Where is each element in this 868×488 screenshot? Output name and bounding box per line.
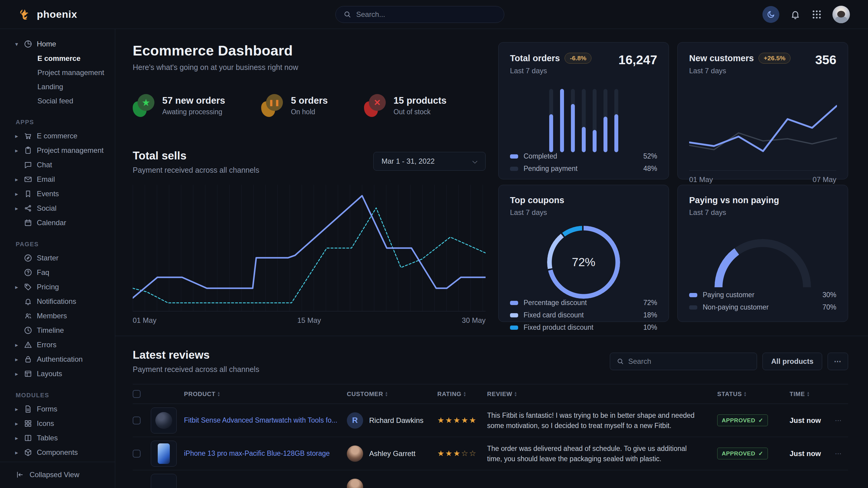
customer-cell: Ashley Garrett xyxy=(347,446,437,462)
caret-right-icon: ▸ xyxy=(14,176,19,183)
product-link[interactable]: iPhone 13 pro max-Pacific Blue-128GB sto… xyxy=(184,449,347,458)
sidebar-item-project-management[interactable]: ▸Project management xyxy=(0,143,115,158)
sidebar-subitem-social-feed[interactable]: Social feed xyxy=(0,94,115,108)
order-bar xyxy=(582,89,586,152)
search-icon xyxy=(617,358,624,365)
global-search[interactable] xyxy=(335,6,504,23)
sidebar-item-starter[interactable]: Starter xyxy=(0,251,115,265)
sidebar-item-chat[interactable]: Chat xyxy=(0,158,115,172)
sidebar-item-faq[interactable]: Faq xyxy=(0,265,115,280)
brand-name: phoenix xyxy=(37,8,77,20)
column-header-rating[interactable]: RATING▴▾ xyxy=(437,391,487,398)
sidebar-section-label: PAGES xyxy=(16,241,115,248)
sidebar-item-label: Starter xyxy=(37,254,59,262)
column-header-customer[interactable]: CUSTOMER▴▾ xyxy=(347,391,437,398)
sidebar-item-e-commerce[interactable]: ▸E commerce xyxy=(0,129,115,143)
envelope-icon xyxy=(24,175,33,184)
sidebar-item-pricing[interactable]: ▸Pricing xyxy=(0,280,115,294)
brand-logo[interactable]: phoenix xyxy=(18,7,77,22)
chevron-down-icon: ⌵ xyxy=(472,157,477,165)
sort-icon: ▴▾ xyxy=(515,391,517,397)
sidebar-item-social[interactable]: ▸Social xyxy=(0,201,115,216)
column-header-product[interactable]: PRODUCT▴▾ xyxy=(184,391,347,398)
x-axis-label: 01 May xyxy=(689,175,713,184)
collapse-sidebar-label: Collapsed View xyxy=(30,470,79,479)
quick-stat-value: 57 new orders xyxy=(162,95,225,106)
sidebar-item-authentication[interactable]: ▸Authentication xyxy=(0,352,115,366)
sidebar-item-layouts[interactable]: ▸Layouts xyxy=(0,366,115,381)
apps-grid-button[interactable] xyxy=(811,9,822,20)
user-avatar[interactable] xyxy=(832,6,850,23)
sidebar-subitem-e-commerce[interactable]: E commerce xyxy=(0,51,115,65)
caret-right-icon: ▸ xyxy=(14,191,19,197)
row-actions-button[interactable]: ⋯ xyxy=(835,417,848,424)
legend-label: Fixed product discount xyxy=(524,323,593,331)
paying-gauge-chart xyxy=(714,239,811,287)
column-header-status[interactable]: STATUS▴▾ xyxy=(717,391,789,398)
card-title: Paying vs non paying xyxy=(689,195,836,205)
box-icon xyxy=(24,448,33,457)
sidebar-item-icons[interactable]: ▸Icons xyxy=(0,416,115,431)
sidebar-item-label: Icons xyxy=(37,419,54,428)
legend-swatch xyxy=(510,154,518,159)
sidebar-item-label: Authentication xyxy=(37,355,83,363)
legend-item-completed: Completed52% xyxy=(510,152,657,160)
status-label: APPROVED xyxy=(722,417,755,424)
completed-bar xyxy=(593,130,596,152)
notifications-button[interactable] xyxy=(789,9,801,20)
sidebar-item-calendar[interactable]: Calendar xyxy=(0,216,115,230)
all-products-button[interactable]: All products xyxy=(763,353,822,370)
reviews-search[interactable] xyxy=(610,353,757,370)
caret-right-icon: ▸ xyxy=(14,370,19,378)
legend-item-paying-customer: Paying customer30% xyxy=(689,291,836,299)
sidebar-item-timeline[interactable]: Timeline xyxy=(0,323,115,337)
x-axis-label: 30 May xyxy=(462,316,486,325)
legend-swatch xyxy=(510,301,518,305)
sidebar-item-label: Project management xyxy=(37,146,103,155)
total-sells-title: Total sells xyxy=(133,150,259,162)
reviews-search-input[interactable] xyxy=(628,357,750,366)
reviews-table-header: PRODUCT▴▾CUSTOMER▴▾RATING▴▾REVIEW▴▾STATU… xyxy=(133,384,848,404)
column-header-review[interactable]: REVIEW▴▾ xyxy=(487,391,717,398)
row-checkbox[interactable] xyxy=(133,417,141,424)
sidebar-item-components[interactable]: ▸Components xyxy=(0,445,115,460)
collapse-sidebar-button[interactable]: Collapsed View xyxy=(0,462,115,488)
date-range-select[interactable]: Mar 1 - 31, 2022 ⌵ xyxy=(373,152,486,171)
column-header-time[interactable]: TIME▴▾ xyxy=(789,391,835,398)
theme-toggle-button[interactable] xyxy=(763,6,779,23)
card-period: Last 7 days xyxy=(689,208,836,217)
sidebar-item-members[interactable]: Members xyxy=(0,308,115,323)
product-link[interactable]: Fitbit Sense Advanced Smartwatch with To… xyxy=(184,416,347,424)
order-bar xyxy=(560,89,564,152)
change-badge: -6.8% xyxy=(565,53,591,64)
legend-value: 52% xyxy=(643,152,657,160)
sidebar-item-events[interactable]: ▸Events xyxy=(0,187,115,201)
sidebar-subitem-landing[interactable]: Landing xyxy=(0,79,115,94)
change-badge: +26.5% xyxy=(758,53,790,64)
global-search-input[interactable] xyxy=(356,10,496,19)
reviews-subtitle: Payment received across all channels xyxy=(133,365,259,374)
quick-stat-on-hold: ❚❚5 ordersOn hold xyxy=(261,94,328,117)
completed-bar xyxy=(582,127,586,152)
sidebar-item-home[interactable]: ▾Home xyxy=(0,37,115,51)
select-all-checkbox[interactable] xyxy=(133,390,141,398)
sidebar-item-email[interactable]: ▸Email xyxy=(0,172,115,187)
phoenix-flame-icon xyxy=(18,7,32,22)
rating-stars: ★★★★★ xyxy=(437,416,487,425)
sidebar-item-label: Errors xyxy=(37,340,56,349)
quick-stat-out-of-stock: ✕15 productsOut of stock xyxy=(364,94,447,117)
sidebar-item-notifications[interactable]: Notifications xyxy=(0,294,115,308)
legend-label: Percentage discount xyxy=(524,299,587,307)
sidebar-item-label: Faq xyxy=(37,268,49,277)
sidebar-item-errors[interactable]: ▸Errors xyxy=(0,337,115,352)
new-customers-value: 356 xyxy=(815,53,836,67)
sidebar-item-forms[interactable]: ▸Forms xyxy=(0,402,115,416)
reviews-more-button[interactable]: ⋯ xyxy=(828,353,848,370)
row-actions-button[interactable]: ⋯ xyxy=(835,450,848,458)
sidebar-subitem-project-management[interactable]: Project management xyxy=(0,65,115,79)
time-cell: Just now xyxy=(789,449,835,458)
completed-bar xyxy=(549,114,553,152)
sidebar-item-tables[interactable]: ▸Tables xyxy=(0,431,115,445)
row-checkbox[interactable] xyxy=(133,450,141,458)
top-coupons-card: Top coupons Last 7 days 72% Percentage d… xyxy=(498,185,669,322)
